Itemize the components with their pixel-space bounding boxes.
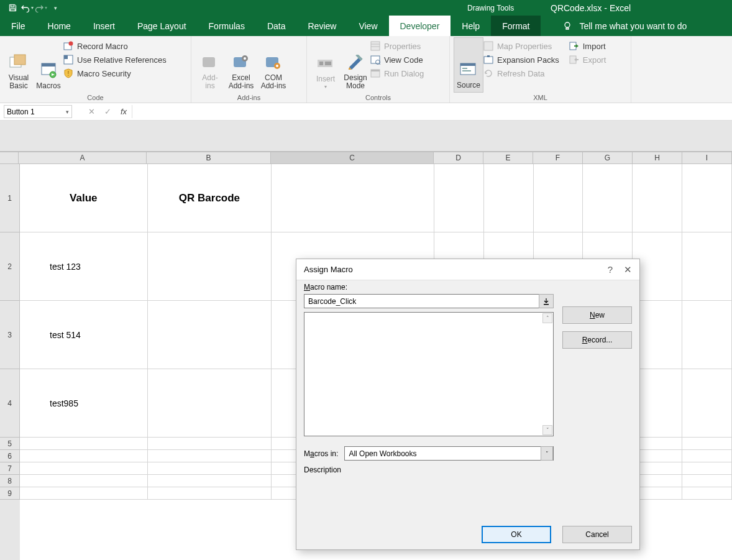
close-icon[interactable]: ✕: [624, 264, 632, 275]
cell[interactable]: [633, 301, 682, 369]
cell[interactable]: [682, 450, 732, 462]
row-header[interactable]: 4: [0, 369, 20, 438]
column-header[interactable]: E: [483, 152, 533, 163]
range-selector-icon[interactable]: [539, 294, 554, 308]
cell[interactable]: QR Barcode: [148, 164, 272, 232]
cell[interactable]: [148, 369, 272, 437]
macro-security-button[interactable]: ! Macro Security: [63, 68, 173, 78]
design-mode-button[interactable]: Design Mode: [341, 37, 370, 93]
use-relative-references-button[interactable]: Use Relative References: [63, 55, 173, 65]
view-code-button[interactable]: View Code: [370, 55, 430, 65]
column-header[interactable]: C: [271, 152, 434, 163]
cell[interactable]: [682, 462, 732, 474]
cell[interactable]: [633, 438, 682, 449]
row-header[interactable]: 1: [0, 164, 20, 232]
cell[interactable]: [20, 462, 148, 474]
tell-me-search[interactable]: Tell me what you want to do: [553, 16, 695, 36]
tab-data[interactable]: Data: [256, 16, 297, 36]
select-all-corner[interactable]: [0, 152, 19, 163]
row-header[interactable]: 6: [0, 450, 20, 462]
cell[interactable]: [434, 164, 484, 232]
cell[interactable]: [20, 438, 148, 449]
row-header[interactable]: 8: [0, 475, 20, 487]
tab-home[interactable]: Home: [37, 16, 82, 36]
save-icon[interactable]: [5, 2, 20, 14]
cell[interactable]: [682, 301, 732, 369]
import-button[interactable]: Import: [569, 41, 613, 51]
name-box[interactable]: Button 1▾: [4, 105, 72, 118]
scroll-up-icon[interactable]: ˄: [542, 313, 552, 323]
cell[interactable]: [148, 438, 272, 449]
tab-file[interactable]: File: [0, 16, 37, 36]
tab-insert[interactable]: Insert: [82, 16, 126, 36]
row-header[interactable]: 3: [0, 301, 20, 369]
cell[interactable]: [534, 164, 583, 232]
cell[interactable]: [148, 232, 272, 300]
column-header[interactable]: A: [19, 152, 147, 163]
macro-name-input[interactable]: [304, 294, 539, 308]
cell[interactable]: test 123: [20, 232, 148, 300]
cell[interactable]: [682, 164, 732, 232]
tab-format[interactable]: Format: [491, 16, 541, 36]
column-header[interactable]: F: [533, 152, 583, 163]
row-header[interactable]: 2: [0, 232, 20, 301]
excel-addins-button[interactable]: Excel Add-ins: [225, 37, 257, 93]
cell[interactable]: [633, 450, 682, 462]
macros-button[interactable]: Macros: [34, 37, 63, 93]
column-header[interactable]: G: [583, 152, 633, 163]
cell[interactable]: [148, 487, 272, 499]
cell[interactable]: [682, 487, 732, 499]
chevron-down-icon[interactable]: ˅: [541, 446, 553, 461]
cell[interactable]: [633, 369, 682, 437]
formula-input[interactable]: [132, 105, 732, 118]
cell[interactable]: [148, 462, 272, 474]
cell[interactable]: [682, 438, 732, 449]
cell[interactable]: [633, 164, 682, 232]
cell[interactable]: Value: [20, 164, 148, 232]
undo-button[interactable]: ▾: [21, 4, 34, 12]
cell[interactable]: [583, 164, 633, 232]
tab-view[interactable]: View: [347, 16, 388, 36]
cell[interactable]: test 514: [20, 301, 148, 369]
cell[interactable]: [682, 232, 732, 300]
record-macro-button[interactable]: Record Macro: [63, 41, 173, 51]
new-button[interactable]: New: [562, 306, 632, 324]
cell[interactable]: test985: [20, 369, 148, 437]
cell[interactable]: [272, 164, 434, 232]
source-button[interactable]: Source: [454, 37, 483, 93]
ok-button[interactable]: OK: [482, 526, 551, 543]
cell[interactable]: [484, 164, 534, 232]
fx-icon[interactable]: fx: [116, 105, 132, 118]
tab-review[interactable]: Review: [297, 16, 348, 36]
column-header[interactable]: D: [434, 152, 483, 163]
cell[interactable]: [148, 475, 272, 487]
visual-basic-button[interactable]: Visual Basic: [4, 37, 34, 93]
expansion-packs-button[interactable]: Expansion Packs: [483, 55, 565, 65]
cell[interactable]: [633, 487, 682, 499]
help-icon[interactable]: ?: [608, 264, 613, 275]
cell[interactable]: [682, 475, 732, 487]
dialog-titlebar[interactable]: Assign Macro ? ✕: [296, 259, 639, 280]
row-header[interactable]: 5: [0, 438, 20, 450]
cell[interactable]: [20, 450, 148, 462]
scroll-down-icon[interactable]: ˅: [542, 425, 552, 435]
com-addins-button[interactable]: COM Add-ins: [257, 37, 290, 93]
macros-in-combo[interactable]: All Open Workbooks ˅: [344, 446, 554, 461]
tab-developer[interactable]: Developer: [389, 16, 451, 36]
cell[interactable]: [148, 301, 272, 369]
macro-list[interactable]: ˄ ˅: [304, 312, 554, 436]
cancel-button[interactable]: Cancel: [562, 526, 632, 543]
cell[interactable]: [633, 475, 682, 487]
redo-button[interactable]: ▾: [34, 4, 47, 12]
record-button[interactable]: Record...: [562, 331, 632, 349]
cell[interactable]: [633, 232, 682, 300]
cell[interactable]: [682, 369, 732, 437]
row-header[interactable]: 7: [0, 462, 20, 475]
cell[interactable]: [148, 450, 272, 462]
tab-page-layout[interactable]: Page Layout: [126, 16, 198, 36]
cell[interactable]: [633, 462, 682, 474]
column-header[interactable]: H: [633, 152, 682, 163]
cell[interactable]: [20, 487, 148, 499]
column-header[interactable]: I: [682, 152, 732, 163]
tab-help[interactable]: Help: [451, 16, 491, 36]
